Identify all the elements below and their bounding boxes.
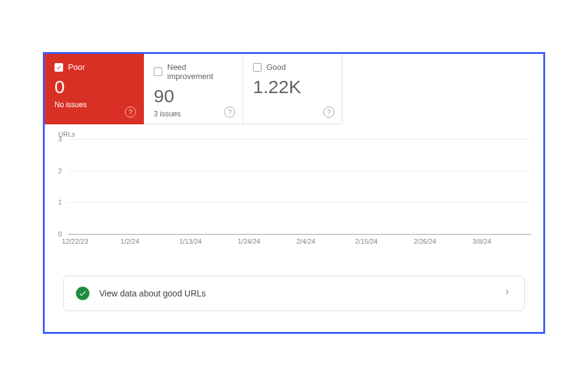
x-tick: 2/15/24 <box>355 238 414 245</box>
x-tick: 1/13/24 <box>179 238 238 245</box>
x-tick: 1/24/24 <box>238 238 296 245</box>
checkbox-icon <box>55 63 63 72</box>
y-tick: 0 <box>58 230 62 238</box>
link-text: View data about good URLs <box>99 288 502 298</box>
check-circle-icon <box>76 287 89 300</box>
x-axis: 12/22/23 1/2/24 1/13/24 1/24/24 2/4/24 2… <box>68 238 531 245</box>
gridline <box>68 171 531 172</box>
checkbox-icon <box>154 67 162 76</box>
y-axis-label: URLs <box>58 130 531 138</box>
tab-poor[interactable]: Poor 0 No issues ? <box>45 54 144 124</box>
x-tick: 1/2/24 <box>121 238 179 245</box>
y-tick: 2 <box>58 167 62 175</box>
gridline <box>68 202 531 203</box>
y-tick: 3 <box>58 135 62 143</box>
y-tick: 1 <box>58 198 62 206</box>
tab-issues: No issues <box>55 100 134 109</box>
tab-value: 1.22K <box>253 77 332 97</box>
gridline <box>68 139 531 140</box>
x-tick: 12/22/23 <box>62 238 121 245</box>
status-tabs: Poor 0 No issues ? Need improvement 90 3… <box>45 54 543 124</box>
help-icon[interactable]: ? <box>323 107 334 118</box>
x-tick: 2/26/24 <box>414 238 473 245</box>
report-panel: Poor 0 No issues ? Need improvement 90 3… <box>43 52 545 334</box>
tab-good[interactable]: Good 1.22K ? <box>243 54 342 124</box>
chevron-right-icon <box>502 287 512 300</box>
help-icon[interactable]: ? <box>125 107 136 118</box>
x-tick: 2/4/24 <box>296 238 355 245</box>
tab-value: 0 <box>55 77 134 97</box>
view-good-urls-link[interactable]: View data about good URLs <box>63 276 525 311</box>
tab-header: Good <box>253 62 332 72</box>
help-icon[interactable]: ? <box>224 107 235 118</box>
tab-header: Poor <box>55 62 134 72</box>
gridline-baseline <box>68 234 531 235</box>
tab-header: Need improvement <box>154 62 233 81</box>
chart: 3 2 1 0 <box>58 139 531 234</box>
tab-issues: 3 issues <box>154 110 233 118</box>
tab-value: 90 <box>154 86 233 106</box>
tab-label: Need improvement <box>167 62 233 81</box>
tab-need-improvement[interactable]: Need improvement 90 3 issues ? <box>144 54 243 124</box>
chart-area: URLs 3 2 1 0 12/22/23 1/2/24 1/13/24 1/2… <box>45 124 543 245</box>
x-tick: 3/8/24 <box>472 238 531 245</box>
checkbox-icon <box>253 63 262 72</box>
tab-label: Poor <box>68 62 85 72</box>
tab-label: Good <box>266 62 286 72</box>
